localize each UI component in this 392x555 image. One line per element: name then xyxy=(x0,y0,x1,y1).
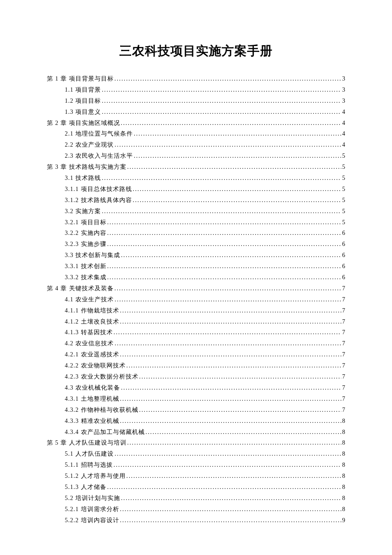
toc-entry-label: 1.2 项目目标 xyxy=(65,95,101,107)
toc-entry-page: 8 xyxy=(342,471,345,482)
toc-entry[interactable]: 1.3 项目意义4 xyxy=(47,107,345,118)
toc-entry-label: 第 3 章 技术路线与实施方案 xyxy=(47,162,127,173)
toc-entry[interactable]: 4.3.1 土地整理机械7 xyxy=(47,393,345,405)
toc-entry-label: 1.3 项目意义 xyxy=(65,107,101,118)
toc-entry[interactable]: 4.1.2 土壤改良技术7 xyxy=(47,316,345,327)
toc-leader-dots xyxy=(114,327,342,338)
toc-leader-dots xyxy=(102,107,341,118)
toc-leader-dots xyxy=(115,294,341,305)
toc-entry[interactable]: 2.1 地理位置与气候条件4 xyxy=(47,128,345,139)
toc-entry-page: 5 xyxy=(342,206,345,217)
toc-leader-dots xyxy=(121,382,341,393)
toc-entry-label: 4.3 农业机械化装备 xyxy=(65,382,120,393)
toc-entry-page: 5 xyxy=(342,162,345,173)
toc-entry-label: 4.2.1 农业遥感技术 xyxy=(65,349,119,360)
toc-entry-page: 5 xyxy=(342,184,345,195)
toc-entry-label: 5.1 人才队伍建设 xyxy=(65,448,114,460)
toc-entry-page: 7 xyxy=(342,405,345,416)
toc-leader-dots xyxy=(121,493,341,504)
toc-entry-label: 4.1.3 转基因技术 xyxy=(65,327,113,338)
toc-entry-page: 7 xyxy=(342,393,345,405)
toc-entry[interactable]: 5.1.2 人才培养与使用8 xyxy=(47,471,345,482)
toc-entry-page: 6 xyxy=(342,261,345,272)
toc-entry-label: 1.1 项目背景 xyxy=(65,84,101,95)
toc-entry-label: 3.3 技术创新与集成 xyxy=(65,250,120,261)
toc-entry-label: 3.1 技术路线 xyxy=(65,173,101,184)
toc-entry[interactable]: 5.1.3 人才储备8 xyxy=(47,482,345,493)
toc-entry[interactable]: 4.3 农业机械化装备7 xyxy=(47,382,345,393)
toc-entry[interactable]: 第 3 章 技术路线与实施方案5 xyxy=(47,162,345,173)
toc-entry-label: 5.2 培训计划与实施 xyxy=(65,493,120,504)
toc-leader-dots xyxy=(107,217,342,228)
toc-entry[interactable]: 4.1 农业生产技术7 xyxy=(47,294,345,305)
toc-entry[interactable]: 3.3.1 技术创新6 xyxy=(47,261,345,272)
toc-entry-page: 7 xyxy=(342,371,345,382)
toc-entry-page: 8 xyxy=(342,416,345,427)
toc-entry-label: 4.1.1 作物栽培技术 xyxy=(65,305,119,316)
toc-entry-label: 3.1.1 项目总体技术路线 xyxy=(65,184,132,195)
toc-entry[interactable]: 3.2 实施方案5 xyxy=(47,206,345,217)
toc-leader-dots xyxy=(134,150,341,162)
toc-entry-page: 4 xyxy=(342,118,345,129)
toc-entry[interactable]: 3.2.1 项目目标5 xyxy=(47,217,345,228)
toc-entry[interactable]: 4.3.4 农产品加工与储藏机械8 xyxy=(47,427,345,438)
toc-leader-dots xyxy=(133,184,342,195)
toc-entry[interactable]: 4.2.1 农业遥感技术7 xyxy=(47,349,345,360)
toc-leader-dots xyxy=(115,338,341,349)
toc-entry-page: 9 xyxy=(342,515,345,526)
toc-entry[interactable]: 4.2.3 农业大数据分析技术7 xyxy=(47,371,345,382)
toc-entry[interactable]: 3.2.2 实施内容6 xyxy=(47,228,345,239)
toc-leader-dots xyxy=(127,437,342,448)
toc-entry-label: 4.1 农业生产技术 xyxy=(65,294,114,305)
toc-entry[interactable]: 2.3 农民收入与生活水平5 xyxy=(47,150,345,162)
toc-entry-page: 4 xyxy=(342,139,345,150)
toc-entry-page: 7 xyxy=(342,305,345,316)
toc-leader-dots xyxy=(139,405,342,416)
toc-entry[interactable]: 4.1.3 转基因技术7 xyxy=(47,327,345,338)
toc-leader-dots xyxy=(107,239,342,250)
toc-entry[interactable]: 1.1 项目背景3 xyxy=(47,84,345,95)
toc-entry[interactable]: 5.1 人才队伍建设8 xyxy=(47,448,345,460)
toc-entry[interactable]: 3.1.2 技术路线具体内容5 xyxy=(47,195,345,206)
toc-entry[interactable]: 4.3.2 作物种植与收获机械7 xyxy=(47,405,345,416)
toc-entry[interactable]: 4.2.2 农业物联网技术7 xyxy=(47,360,345,371)
toc-leader-dots xyxy=(139,371,342,382)
toc-entry[interactable]: 4.3.3 精准农业机械8 xyxy=(47,416,345,427)
toc-entry[interactable]: 3.2.3 实施步骤6 xyxy=(47,239,345,250)
toc-leader-dots xyxy=(120,393,342,405)
toc-entry-label: 2.3 农民收入与生活水平 xyxy=(65,150,133,162)
toc-entry-page: 4 xyxy=(342,128,345,139)
toc-entry-label: 第 1 章 项目背景与目标 xyxy=(47,73,114,84)
toc-entry[interactable]: 4.1.1 作物栽培技术7 xyxy=(47,305,345,316)
toc-entry-label: 4.2 农业信息技术 xyxy=(65,338,114,349)
toc-entry-label: 第 2 章 项目实施区域概况 xyxy=(47,118,120,129)
toc-entry-label: 5.1.2 人才培养与使用 xyxy=(65,471,126,482)
toc-entry-page: 7 xyxy=(342,360,345,371)
toc-leader-dots xyxy=(121,118,342,129)
toc-entry[interactable]: 1.2 项目目标3 xyxy=(47,95,345,107)
toc-entry[interactable]: 4.2 农业信息技术7 xyxy=(47,338,345,349)
toc-entry-page: 6 xyxy=(342,228,345,239)
toc-entry[interactable]: 5.2.2 培训内容设计9 xyxy=(47,515,345,526)
toc-entry-label: 3.2.3 实施步骤 xyxy=(65,239,107,250)
toc-entry-label: 4.1.2 土壤改良技术 xyxy=(65,316,119,327)
toc-leader-dots xyxy=(107,261,342,272)
toc-entry[interactable]: 第 5 章 人才队伍建设与培训8 xyxy=(47,437,345,448)
toc-entry[interactable]: 3.1 技术路线5 xyxy=(47,173,345,184)
toc-entry[interactable]: 第 4 章 关键技术及装备7 xyxy=(47,283,345,294)
toc-entry[interactable]: 3.1.1 项目总体技术路线5 xyxy=(47,184,345,195)
toc-entry[interactable]: 3.3.2 技术集成6 xyxy=(47,272,345,283)
toc-entry[interactable]: 3.3 技术创新与集成6 xyxy=(47,250,345,261)
toc-entry[interactable]: 第 2 章 项目实施区域概况4 xyxy=(47,118,345,129)
toc-entry-label: 3.2.1 项目目标 xyxy=(65,217,107,228)
toc-leader-dots xyxy=(115,73,342,84)
toc-leader-dots xyxy=(107,272,342,283)
toc-entry-label: 4.3.1 土地整理机械 xyxy=(65,393,119,405)
toc-entry[interactable]: 5.2 培训计划与实施8 xyxy=(47,493,345,504)
toc-entry[interactable]: 5.1.1 招聘与选拔8 xyxy=(47,460,345,471)
toc-entry[interactable]: 2.2 农业产业现状4 xyxy=(47,139,345,150)
toc-entry[interactable]: 5.2.1 培训需求分析8 xyxy=(47,504,345,515)
toc-leader-dots xyxy=(146,427,342,438)
toc-entry-page: 8 xyxy=(342,460,345,471)
toc-entry[interactable]: 第 1 章 项目背景与目标3 xyxy=(47,73,345,84)
